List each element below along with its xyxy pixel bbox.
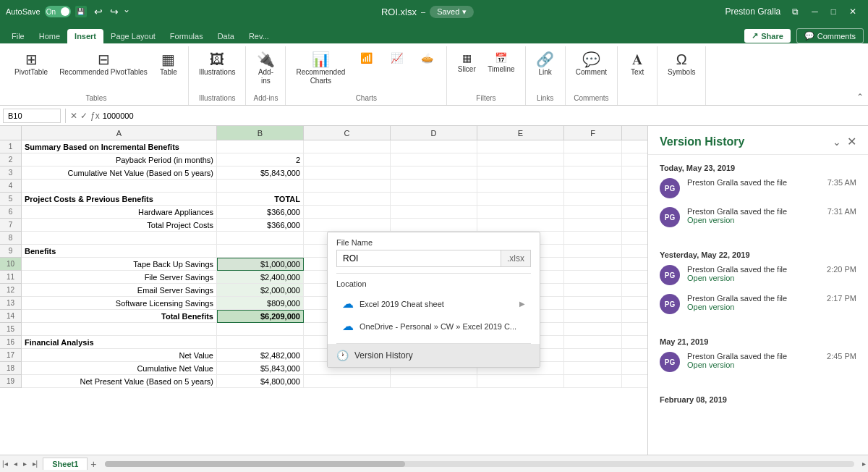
pie-chart-button[interactable]: 🥧 [413, 49, 441, 67]
cell-d2[interactable] [391, 153, 477, 167]
cell-a8[interactable] [22, 232, 217, 245]
cell-a15[interactable] [22, 323, 217, 336]
cell-a9[interactable]: Benefits [22, 245, 217, 258]
cell-e19[interactable] [477, 375, 564, 388]
open-version-link[interactable]: Open version [687, 361, 734, 369]
cell-f8[interactable] [564, 232, 622, 245]
cell-b4[interactable] [217, 180, 304, 193]
cell-a2[interactable]: Payback Period (in months) [22, 153, 217, 167]
open-version-link[interactable]: Open version [687, 216, 734, 224]
cell-g6[interactable] [622, 206, 647, 219]
cell-a18[interactable]: Cumulative Net Value [22, 362, 217, 375]
timeline-button[interactable]: 📅 Timeline [483, 49, 519, 77]
cell-f14[interactable] [564, 310, 622, 323]
sheet-nav-next[interactable]: ▸ [21, 458, 29, 469]
share-button[interactable]: ↗ Share [744, 29, 791, 43]
autosave-toggle[interactable]: On [45, 6, 71, 17]
cell-a19[interactable]: Net Present Value (Based on 5 years) [22, 375, 217, 388]
cell-f1[interactable] [564, 140, 622, 153]
cell-g7[interactable] [622, 219, 647, 232]
ribbon-expand-icon[interactable]: ⌃ [856, 92, 864, 102]
undo-button[interactable]: ↩ [91, 4, 106, 19]
cell-f4[interactable] [564, 180, 622, 193]
cell-f11[interactable] [564, 271, 622, 284]
cell-b5[interactable]: TOTAL [217, 193, 304, 206]
cell-f12[interactable] [564, 284, 622, 297]
insert-function-icon[interactable]: ƒx [90, 111, 100, 121]
cell-g9[interactable]: ◥ [622, 245, 647, 258]
cell-d4[interactable] [391, 180, 477, 193]
cell-c4[interactable] [304, 180, 391, 193]
text-button[interactable]: 𝐀 Text [624, 49, 651, 80]
recommended-charts-button[interactable]: 📊 RecommendedCharts [292, 49, 349, 88]
cell-f5[interactable] [564, 193, 622, 206]
cell-b10[interactable]: $1,000,000 [217, 258, 304, 271]
cell-a13[interactable]: Software Licensing Savings [22, 297, 217, 310]
save-icon[interactable]: 💾 [75, 6, 87, 17]
formula-input[interactable] [103, 111, 865, 120]
restore-button[interactable]: ⧉ [786, 4, 804, 20]
saved-pill[interactable]: Saved ▾ [430, 6, 474, 18]
open-version-link[interactable]: Open version [687, 303, 734, 311]
cell-e1[interactable] [477, 140, 564, 153]
cell-b7[interactable]: $366,000 [217, 219, 304, 232]
cell-b12[interactable]: $2,000,000 [217, 284, 304, 297]
cell-b14[interactable]: $6,209,000 [217, 310, 304, 323]
cell-e2[interactable] [477, 153, 564, 167]
cell-a16[interactable]: Financial Analysis [22, 336, 217, 349]
pivot-table-button[interactable]: ⊞ PivotTable [10, 49, 52, 80]
cell-d7[interactable] [391, 219, 477, 232]
cell-a3[interactable]: Cumulative Net Value (Based on 5 years) [22, 167, 217, 180]
redo-button[interactable]: ↪ [107, 4, 122, 19]
tab-formulas[interactable]: Formulas [163, 29, 210, 43]
cell-g5[interactable] [622, 193, 647, 206]
sheet-nav-last[interactable]: ▸| [30, 458, 41, 469]
bar-chart-button[interactable]: 📶 [352, 49, 380, 67]
cell-d1[interactable] [391, 140, 477, 153]
link-button[interactable]: 🔗 Link [532, 49, 559, 80]
cell-c2[interactable] [304, 153, 391, 167]
cell-a5[interactable]: Project Costs & Previous Benefits [22, 193, 217, 206]
cell-e6[interactable] [477, 206, 564, 219]
cell-a10[interactable]: Tape Back Up Savings [22, 258, 217, 271]
cell-g13[interactable] [622, 297, 647, 310]
version-history-menu-item[interactable]: 🕐 Version History [328, 344, 540, 367]
tab-home[interactable]: Home [32, 29, 67, 43]
cell-g17[interactable] [622, 349, 647, 362]
cell-b17[interactable]: $2,482,000 [217, 349, 304, 362]
cell-b6[interactable]: $366,000 [217, 206, 304, 219]
cell-g18[interactable] [622, 362, 647, 375]
cell-a14[interactable]: Total Benefits [22, 310, 217, 323]
confirm-formula-icon[interactable]: ✓ [80, 111, 88, 121]
file-name-input[interactable] [336, 250, 501, 267]
location-item-excel[interactable]: ☁ Excel 2019 Cheat sheet ▶ [336, 292, 531, 315]
comments-button[interactable]: 💬 Comments [796, 28, 864, 43]
spreadsheet[interactable]: A B C D E F G H 1 Summary Based on Incre… [0, 126, 647, 455]
close-button[interactable]: ✕ [843, 4, 862, 20]
cell-g16[interactable] [622, 336, 647, 349]
cancel-formula-icon[interactable]: ✕ [70, 111, 77, 121]
cell-f9[interactable] [564, 245, 622, 258]
cell-a1[interactable]: Summary Based on Incremental Benefits [22, 140, 217, 153]
cell-g15[interactable] [622, 323, 647, 336]
cell-g2[interactable] [622, 153, 647, 167]
tab-data[interactable]: Data [210, 29, 242, 43]
cell-a17[interactable]: Net Value [22, 349, 217, 362]
cell-c7[interactable] [304, 219, 391, 232]
ribbon-expand[interactable]: ⌃ [856, 46, 864, 105]
cell-a4[interactable] [22, 180, 217, 193]
illustrations-button[interactable]: 🖼 Illustrations [195, 49, 240, 80]
cell-f10[interactable] [564, 258, 622, 271]
cell-g14[interactable] [622, 310, 647, 323]
cell-g8[interactable] [622, 232, 647, 245]
cell-g4[interactable] [622, 180, 647, 193]
cell-b8[interactable] [217, 232, 304, 245]
sheet-scroll[interactable]: A B C D E F G H 1 Summary Based on Incre… [0, 126, 647, 455]
cell-c1[interactable] [304, 140, 391, 153]
cell-d5[interactable] [391, 193, 477, 206]
cell-e3[interactable] [477, 167, 564, 180]
cell-a12[interactable]: Email Server Savings [22, 284, 217, 297]
cell-c5[interactable] [304, 193, 391, 206]
cell-b13[interactable]: $809,000 [217, 297, 304, 310]
cell-b18[interactable]: $5,843,000 [217, 362, 304, 375]
